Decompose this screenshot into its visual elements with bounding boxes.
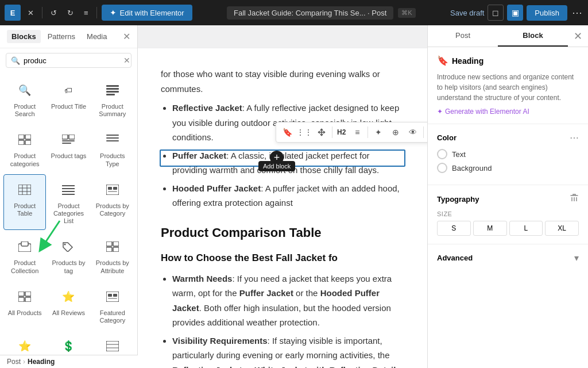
filter-by-stock-icon — [102, 336, 123, 356]
block-item-product-categories[interactable]: Product categories — [3, 124, 46, 172]
typography-reset-button[interactable] — [570, 193, 579, 205]
search-clear-button[interactable]: ✕ — [123, 56, 130, 65]
block-label: Products by Attribute — [94, 259, 131, 274]
products-by-category-icon — [102, 179, 123, 200]
tab-post[interactable]: Post — [428, 25, 498, 47]
block-label: Product Search — [6, 103, 43, 118]
color-option-text[interactable]: Text — [437, 149, 579, 159]
block-label: Product categories — [6, 152, 43, 167]
size-l-button[interactable]: L — [509, 221, 543, 236]
heading-section: 🔖 Heading Introduce new sections and org… — [428, 47, 588, 124]
shortcut-badge: ⌘K — [398, 8, 415, 18]
tab-patterns[interactable]: Patterns — [43, 30, 80, 43]
svg-rect-26 — [113, 187, 117, 190]
block-item-product-search[interactable]: 🔍 Product Search — [3, 75, 46, 123]
right-sidebar-close-button[interactable]: ✕ — [568, 30, 588, 43]
block-toolbar-transform[interactable]: ⊕ — [388, 124, 404, 140]
heading-badge: 🔖 Heading — [437, 55, 579, 66]
block-label: Product Summary — [94, 103, 131, 118]
size-buttons: S M L XL — [437, 221, 579, 236]
redo-button[interactable]: ↻ — [64, 6, 77, 20]
size-m-button[interactable]: M — [473, 221, 507, 236]
svg-rect-37 — [18, 297, 24, 302]
background-color-circle[interactable] — [437, 163, 447, 173]
left-sidebar: Blocks Patterns Media ✕ 🔍 ✕ 🔍 Product Se… — [0, 25, 138, 368]
svg-rect-14 — [106, 140, 119, 141]
svg-rect-2 — [106, 91, 119, 93]
block-toolbar-sparkle[interactable]: ✦ — [370, 124, 386, 140]
advanced-header[interactable]: Advanced ▾ — [437, 252, 579, 263]
block-item-all-products[interactable]: All Products — [3, 281, 46, 329]
block-item-products-type[interactable]: Products Type — [91, 124, 134, 172]
block-item-product-title[interactable]: 🏷 Product Title — [47, 75, 90, 123]
color-options-button[interactable]: ⋯ — [570, 132, 579, 143]
typography-section: Typography SIZE S M L XL — [428, 185, 588, 244]
list-item: Warmth Needs: If you need a jacket that … — [172, 271, 404, 330]
sidebar-close-button[interactable]: ✕ — [123, 31, 130, 42]
view-button[interactable]: ▣ — [507, 5, 523, 21]
text-color-label: Text — [452, 150, 466, 159]
block-toolbar-bold[interactable]: B — [426, 124, 427, 140]
search-input[interactable] — [24, 56, 120, 65]
breadcrumb-post[interactable]: Post — [7, 358, 21, 366]
toolbar-separator — [332, 126, 332, 138]
heading-label: Heading — [452, 56, 483, 66]
more-options-button[interactable]: ⋯ — [571, 5, 583, 20]
block-label: Product Categories List — [50, 202, 87, 225]
block-toolbar-move[interactable] — [314, 124, 330, 140]
svg-rect-40 — [108, 294, 112, 297]
undo-button[interactable]: ↺ — [47, 6, 60, 20]
main-layout: Blocks Patterns Media ✕ 🔍 ✕ 🔍 Product Se… — [0, 25, 588, 368]
block-toolbar-drag[interactable]: ⋮⋮ — [296, 124, 312, 140]
svg-rect-33 — [106, 247, 112, 252]
sparkle-icon: ✦ — [437, 108, 443, 116]
block-item-products-by-attribute[interactable]: Products by Attribute — [91, 231, 134, 279]
svg-rect-34 — [113, 247, 119, 252]
text-color-circle[interactable] — [437, 149, 447, 159]
elementor-logo: E — [5, 5, 21, 21]
editor-content: for those who want to stay visible durin… — [161, 67, 404, 368]
block-toolbar-align[interactable]: ≡ — [349, 124, 365, 140]
color-option-background[interactable]: Background — [437, 163, 579, 173]
block-item-product-categories-list[interactable]: Product Categories List — [47, 174, 90, 231]
blocks-grid: 🔍 Product Search 🏷 Product Title Product… — [0, 72, 137, 368]
preview-button[interactable]: ◻ — [488, 5, 504, 21]
advanced-chevron-button[interactable]: ▾ — [574, 252, 579, 263]
block-item-all-reviews[interactable]: ⭐ All Reviews — [47, 281, 90, 329]
tools-button[interactable]: ≡ — [80, 6, 92, 20]
block-item-product-collection[interactable]: Product Collection — [3, 231, 46, 279]
size-s-button[interactable]: S — [437, 221, 471, 236]
separator-2 — [96, 7, 97, 18]
block-toolbar-bookmark[interactable]: 🔖 — [279, 124, 295, 140]
tab-media[interactable]: Media — [82, 30, 111, 43]
block-item-products-by-category[interactable]: Products by Category — [91, 174, 134, 231]
svg-rect-27 — [108, 191, 117, 192]
block-toolbar-visibility[interactable]: 👁 — [405, 124, 421, 140]
generate-with-elementor-link[interactable]: ✦ Generate with Elementor AI — [437, 108, 579, 116]
save-draft-button[interactable]: Save draft — [450, 9, 484, 17]
svg-rect-35 — [18, 292, 24, 296]
block-item-products-by-tag[interactable]: Products by tag — [47, 231, 90, 279]
close-button[interactable]: ✕ — [24, 6, 37, 20]
breadcrumb-heading[interactable]: Heading — [28, 358, 55, 366]
h2-heading: Product Comparison Table — [161, 222, 404, 243]
product-categories-list-icon — [58, 179, 79, 200]
breadcrumb: Post › Heading — [0, 355, 138, 368]
size-xl-button[interactable]: XL — [545, 221, 579, 236]
svg-rect-31 — [106, 241, 112, 246]
tab-blocks[interactable]: Blocks — [7, 30, 41, 43]
block-item-featured-category[interactable]: Featured Category — [91, 281, 134, 329]
add-block-tooltip: Add block — [258, 161, 295, 171]
product-collection-icon — [14, 236, 35, 257]
block-item-product-table[interactable]: Product Table — [3, 174, 46, 231]
edit-with-elementor-button[interactable]: ✦ Edit with Elementor — [102, 5, 192, 21]
typography-header: Typography — [437, 193, 579, 205]
svg-rect-8 — [62, 135, 68, 139]
block-item-product-tags[interactable]: Product tags — [47, 124, 90, 172]
block-item-product-summary[interactable]: Product Summary — [91, 75, 134, 123]
svg-rect-41 — [113, 294, 117, 297]
tab-block[interactable]: Block — [498, 25, 568, 47]
svg-rect-11 — [62, 143, 71, 144]
svg-rect-25 — [108, 187, 112, 190]
publish-button[interactable]: Publish — [527, 5, 567, 21]
